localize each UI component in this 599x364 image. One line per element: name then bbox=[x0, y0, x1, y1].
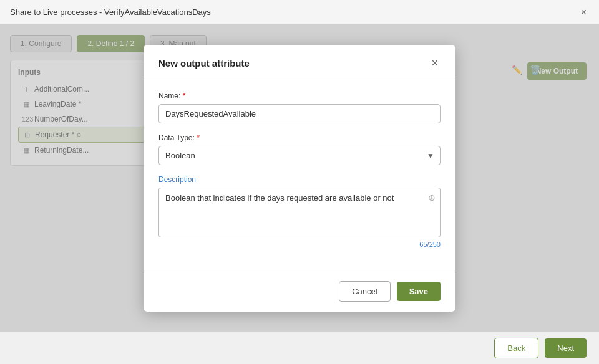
cancel-button[interactable]: Cancel bbox=[339, 281, 390, 302]
description-textarea[interactable]: Boolean that indicates if the days reque… bbox=[158, 188, 441, 237]
window-close-button[interactable]: × bbox=[578, 6, 589, 19]
description-field-group: Description Boolean that indicates if th… bbox=[158, 175, 441, 248]
expand-icon: ⊕ bbox=[428, 193, 436, 203]
main-window: Share to Live processes - VerifyAvailabl… bbox=[0, 0, 599, 364]
modal-body: Name: * Data Type: * Boolean bbox=[144, 79, 455, 271]
datatype-required: * bbox=[197, 133, 200, 142]
bottom-nav: Back Next bbox=[0, 332, 599, 364]
modal-header: New output attribute × bbox=[144, 45, 455, 79]
window-titlebar: Share to Live processes - VerifyAvailabl… bbox=[0, 0, 599, 25]
name-label: Name: * bbox=[158, 92, 441, 100]
modal-footer: Cancel Save bbox=[144, 271, 455, 312]
datatype-select[interactable]: Boolean String Integer Date bbox=[158, 146, 441, 165]
window-content: 1. Configure 2. Define 1 / 2 3. Map out … bbox=[0, 25, 599, 364]
window-title: Share to Live processes - VerifyAvailabl… bbox=[10, 7, 211, 17]
modal-overlay: New output attribute × Name: * bbox=[0, 25, 599, 332]
name-field-group: Name: * bbox=[158, 92, 441, 123]
datatype-field-group: Data Type: * Boolean String Integer Date… bbox=[158, 133, 441, 165]
name-required: * bbox=[183, 92, 186, 100]
next-button[interactable]: Next bbox=[545, 338, 587, 358]
name-input[interactable] bbox=[158, 104, 441, 123]
char-count: 65/250 bbox=[158, 241, 441, 248]
datatype-select-wrapper: Boolean String Integer Date ▼ bbox=[158, 146, 441, 165]
description-label: Description bbox=[158, 175, 441, 184]
modal-close-button[interactable]: × bbox=[429, 56, 441, 70]
modal-title: New output attribute bbox=[158, 58, 250, 69]
back-button[interactable]: Back bbox=[494, 338, 538, 358]
description-textarea-wrapper: Boolean that indicates if the days reque… bbox=[158, 188, 441, 239]
modal-dialog: New output attribute × Name: * bbox=[144, 45, 455, 312]
datatype-label: Data Type: * bbox=[158, 133, 441, 142]
save-button[interactable]: Save bbox=[397, 282, 441, 301]
